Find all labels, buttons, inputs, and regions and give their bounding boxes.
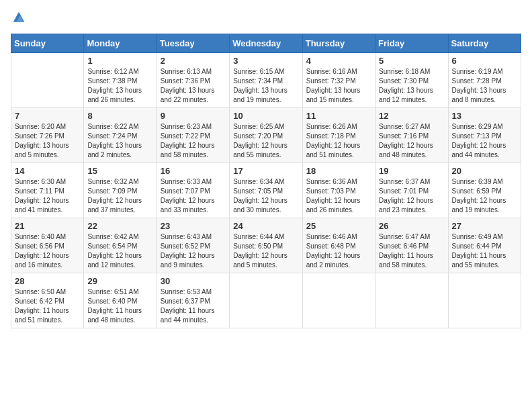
day-number: 15 [87,166,152,176]
calendar-week-row: 28Sunrise: 6:50 AMSunset: 6:42 PMDayligh… [11,273,521,328]
calendar-cell: 3Sunrise: 6:15 AMSunset: 7:34 PMDaylight… [230,53,302,108]
day-info: Sunrise: 6:19 AMSunset: 7:28 PMDaylight:… [452,67,517,105]
day-number: 11 [306,111,371,121]
logo [11,11,27,27]
calendar-cell: 7Sunrise: 6:20 AMSunset: 7:26 PMDaylight… [11,108,84,163]
calendar-week-row: 21Sunrise: 6:40 AMSunset: 6:56 PMDayligh… [11,218,521,273]
day-info: Sunrise: 6:30 AMSunset: 7:11 PMDaylight:… [15,177,80,215]
day-info: Sunrise: 6:13 AMSunset: 7:36 PMDaylight:… [161,67,226,105]
day-info: Sunrise: 6:18 AMSunset: 7:30 PMDaylight:… [379,67,444,105]
day-header-saturday: Saturday [448,34,521,53]
day-number: 19 [379,166,444,176]
day-info: Sunrise: 6:36 AMSunset: 7:03 PMDaylight:… [306,177,371,215]
day-info: Sunrise: 6:23 AMSunset: 7:22 PMDaylight:… [161,122,226,160]
calendar-cell [11,53,84,108]
calendar-cell: 27Sunrise: 6:49 AMSunset: 6:44 PMDayligh… [448,218,521,273]
day-number: 10 [233,111,298,121]
day-number: 24 [233,221,298,231]
calendar-cell: 22Sunrise: 6:42 AMSunset: 6:54 PMDayligh… [84,218,157,273]
calendar-cell [375,273,448,328]
calendar-cell: 12Sunrise: 6:27 AMSunset: 7:16 PMDayligh… [375,108,448,163]
day-number: 17 [233,166,298,176]
day-info: Sunrise: 6:49 AMSunset: 6:44 PMDaylight:… [452,232,517,270]
logo-icon [12,11,26,24]
day-info: Sunrise: 6:51 AMSunset: 6:40 PMDaylight:… [87,287,152,325]
day-info: Sunrise: 6:37 AMSunset: 7:01 PMDaylight:… [379,177,444,215]
calendar-cell: 25Sunrise: 6:46 AMSunset: 6:48 PMDayligh… [302,218,375,273]
calendar-cell: 26Sunrise: 6:47 AMSunset: 6:46 PMDayligh… [375,218,448,273]
calendar-cell: 4Sunrise: 6:16 AMSunset: 7:32 PMDaylight… [302,53,375,108]
day-number: 7 [15,111,80,121]
day-info: Sunrise: 6:47 AMSunset: 6:46 PMDaylight:… [379,232,444,270]
day-info: Sunrise: 6:34 AMSunset: 7:05 PMDaylight:… [233,177,298,215]
calendar-cell: 8Sunrise: 6:22 AMSunset: 7:24 PMDaylight… [84,108,157,163]
calendar-cell: 15Sunrise: 6:32 AMSunset: 7:09 PMDayligh… [84,163,157,218]
day-info: Sunrise: 6:22 AMSunset: 7:24 PMDaylight:… [87,122,152,160]
day-info: Sunrise: 6:40 AMSunset: 6:56 PMDaylight:… [15,232,80,270]
calendar-cell [302,273,375,328]
day-info: Sunrise: 6:29 AMSunset: 7:13 PMDaylight:… [452,122,517,160]
day-number: 6 [452,56,517,66]
day-number: 9 [161,111,226,121]
day-number: 20 [452,166,517,176]
day-header-tuesday: Tuesday [157,34,229,53]
day-number: 22 [87,221,152,231]
day-number: 28 [15,276,80,286]
day-number: 2 [161,56,226,66]
day-number: 29 [87,276,152,286]
day-number: 25 [306,221,371,231]
calendar-cell: 30Sunrise: 6:53 AMSunset: 6:37 PMDayligh… [157,273,229,328]
day-number: 8 [87,111,152,121]
calendar-cell: 10Sunrise: 6:25 AMSunset: 7:20 PMDayligh… [230,108,302,163]
calendar-cell: 29Sunrise: 6:51 AMSunset: 6:40 PMDayligh… [84,273,157,328]
calendar-week-row: 14Sunrise: 6:30 AMSunset: 7:11 PMDayligh… [11,163,521,218]
day-info: Sunrise: 6:27 AMSunset: 7:16 PMDaylight:… [379,122,444,160]
calendar-cell: 24Sunrise: 6:44 AMSunset: 6:50 PMDayligh… [230,218,302,273]
calendar-cell: 14Sunrise: 6:30 AMSunset: 7:11 PMDayligh… [11,163,84,218]
day-info: Sunrise: 6:15 AMSunset: 7:34 PMDaylight:… [233,67,298,105]
day-info: Sunrise: 6:33 AMSunset: 7:07 PMDaylight:… [161,177,226,215]
calendar-header-row: SundayMondayTuesdayWednesdayThursdayFrid… [11,34,521,53]
day-number: 18 [306,166,371,176]
calendar-cell [230,273,302,328]
day-number: 5 [379,56,444,66]
day-number: 12 [379,111,444,121]
day-number: 27 [452,221,517,231]
calendar-cell: 2Sunrise: 6:13 AMSunset: 7:36 PMDaylight… [157,53,229,108]
day-number: 23 [161,221,226,231]
calendar-cell: 21Sunrise: 6:40 AMSunset: 6:56 PMDayligh… [11,218,84,273]
day-number: 26 [379,221,444,231]
day-number: 21 [15,221,80,231]
calendar-cell: 18Sunrise: 6:36 AMSunset: 7:03 PMDayligh… [302,163,375,218]
calendar-cell: 16Sunrise: 6:33 AMSunset: 7:07 PMDayligh… [157,163,229,218]
page-header [11,11,521,27]
day-info: Sunrise: 6:46 AMSunset: 6:48 PMDaylight:… [306,232,371,270]
day-info: Sunrise: 6:50 AMSunset: 6:42 PMDaylight:… [15,287,80,325]
day-info: Sunrise: 6:16 AMSunset: 7:32 PMDaylight:… [306,67,371,105]
calendar-cell: 5Sunrise: 6:18 AMSunset: 7:30 PMDaylight… [375,53,448,108]
day-header-thursday: Thursday [302,34,375,53]
calendar-cell: 6Sunrise: 6:19 AMSunset: 7:28 PMDaylight… [448,53,521,108]
day-header-wednesday: Wednesday [230,34,302,53]
day-info: Sunrise: 6:39 AMSunset: 6:59 PMDaylight:… [452,177,517,215]
day-header-monday: Monday [84,34,157,53]
day-info: Sunrise: 6:26 AMSunset: 7:18 PMDaylight:… [306,122,371,160]
day-number: 3 [233,56,298,66]
calendar-cell: 23Sunrise: 6:43 AMSunset: 6:52 PMDayligh… [157,218,229,273]
day-number: 14 [15,166,80,176]
day-number: 4 [306,56,371,66]
calendar-table: SundayMondayTuesdayWednesdayThursdayFrid… [11,34,521,328]
day-info: Sunrise: 6:12 AMSunset: 7:38 PMDaylight:… [87,67,152,105]
day-info: Sunrise: 6:25 AMSunset: 7:20 PMDaylight:… [233,122,298,160]
day-header-friday: Friday [375,34,448,53]
calendar-cell: 19Sunrise: 6:37 AMSunset: 7:01 PMDayligh… [375,163,448,218]
day-number: 16 [161,166,226,176]
day-info: Sunrise: 6:20 AMSunset: 7:26 PMDaylight:… [15,122,80,160]
calendar-cell: 28Sunrise: 6:50 AMSunset: 6:42 PMDayligh… [11,273,84,328]
calendar-week-row: 1Sunrise: 6:12 AMSunset: 7:38 PMDaylight… [11,53,521,108]
day-info: Sunrise: 6:42 AMSunset: 6:54 PMDaylight:… [87,232,152,270]
calendar-cell: 1Sunrise: 6:12 AMSunset: 7:38 PMDaylight… [84,53,157,108]
calendar-cell: 13Sunrise: 6:29 AMSunset: 7:13 PMDayligh… [448,108,521,163]
day-number: 30 [161,276,226,286]
calendar-cell [448,273,521,328]
